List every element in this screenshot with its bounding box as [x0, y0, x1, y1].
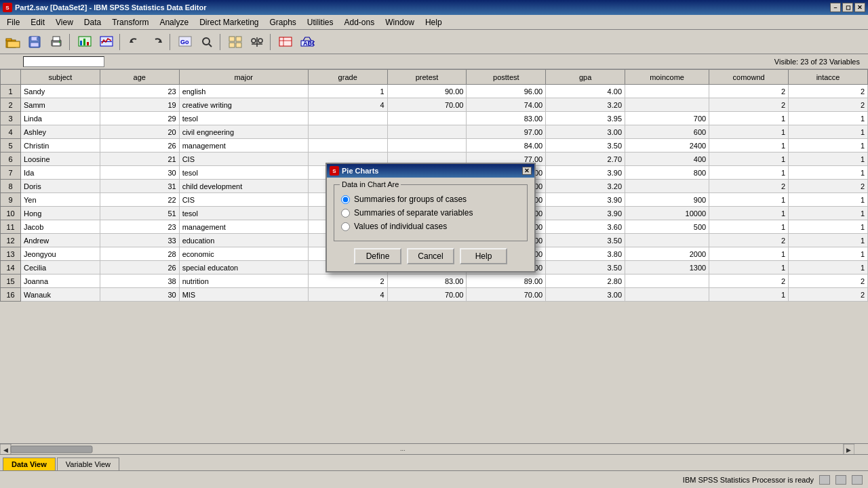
cell-age[interactable]: 29 [100, 112, 179, 125]
cell-age[interactable]: 38 [100, 274, 179, 288]
menu-help[interactable]: Help [420, 16, 448, 28]
cell-age[interactable]: 19 [100, 98, 179, 112]
menu-window[interactable]: Window [380, 16, 420, 28]
cell-age[interactable]: 26 [100, 139, 179, 152]
cell-major[interactable]: nutrition [179, 274, 308, 288]
table-row[interactable]: 16Wanauk30MIS470.0070.003.0012 [1, 288, 868, 302]
cell-comownd[interactable]: 1 [709, 125, 789, 139]
cell-comownd[interactable]: 2 [709, 274, 789, 288]
tab-data-view[interactable]: Data View [3, 458, 56, 470]
cell-gpa[interactable]: 3.50 [546, 234, 625, 247]
cell-major[interactable]: creative writing [179, 98, 308, 112]
cell-comownd[interactable]: 1 [709, 112, 789, 125]
cell-grade[interactable]: 2 [308, 274, 387, 288]
cell-moincome[interactable]: 10000 [625, 207, 709, 220]
cell-subject[interactable]: Hong [21, 207, 100, 220]
dialog-close-button[interactable]: ✕ [522, 167, 532, 175]
cell-subject[interactable]: Loosine [21, 152, 100, 166]
cell-age[interactable]: 30 [100, 166, 179, 180]
cell-age[interactable]: 23 [100, 220, 179, 234]
table-row[interactable]: 3Linda29tesol83.003.9570011 [1, 112, 868, 125]
table-row[interactable]: 5Christin26management84.003.50240011 [1, 139, 868, 152]
cell-pretest[interactable] [387, 112, 467, 125]
select-cases-button[interactable] [275, 33, 296, 52]
menu-view[interactable]: View [50, 16, 79, 28]
cell-intacce[interactable]: 1 [789, 261, 868, 274]
cell-comownd[interactable]: 1 [709, 207, 789, 220]
cell-comownd[interactable]: 1 [709, 139, 789, 152]
cell-gpa[interactable]: 3.20 [546, 98, 625, 112]
cell-comownd[interactable]: 1 [709, 166, 789, 180]
find-button[interactable] [197, 33, 217, 52]
cell-subject[interactable]: Ida [21, 166, 100, 180]
cell-intacce[interactable]: 1 [789, 112, 868, 125]
cell-posttest[interactable]: 96.00 [467, 85, 546, 98]
maximize-button[interactable]: ◻ [842, 3, 853, 12]
menu-analyze[interactable]: Analyze [154, 16, 194, 28]
cell-age[interactable]: 33 [100, 234, 179, 247]
cell-comownd[interactable]: 1 [709, 220, 789, 234]
cell-moincome[interactable] [625, 85, 709, 98]
minimize-button[interactable]: – [830, 3, 841, 12]
table-row[interactable]: 15Joanna38nutrition283.0089.002.8022 [1, 274, 868, 288]
cell-moincome[interactable]: 1300 [625, 261, 709, 274]
cell-age[interactable]: 21 [100, 152, 179, 166]
cell-comownd[interactable]: 2 [709, 85, 789, 98]
title-bar-controls[interactable]: – ◻ ✕ [830, 3, 865, 12]
radio-option-2[interactable]: Summaries of separate variables [341, 208, 520, 218]
cell-subject[interactable]: Yen [21, 193, 100, 207]
cell-moincome[interactable]: 2000 [625, 247, 709, 261]
cell-major[interactable]: english [179, 85, 308, 98]
cell-age[interactable]: 22 [100, 193, 179, 207]
cell-major[interactable]: MIS [179, 288, 308, 302]
menu-file[interactable]: File [1, 16, 25, 28]
cell-gpa[interactable]: 3.60 [546, 220, 625, 234]
cell-posttest[interactable]: 97.00 [467, 125, 546, 139]
cell-major[interactable]: civil engneering [179, 125, 308, 139]
cell-comownd[interactable]: 1 [709, 247, 789, 261]
cell-moincome[interactable]: 400 [625, 152, 709, 166]
cell-gpa[interactable]: 3.95 [546, 112, 625, 125]
cell-comownd[interactable]: 1 [709, 261, 789, 274]
cell-moincome[interactable]: 500 [625, 220, 709, 234]
cell-intacce[interactable]: 1 [789, 193, 868, 207]
cell-subject[interactable]: Andrew [21, 234, 100, 247]
cell-gpa[interactable]: 2.80 [546, 274, 625, 288]
cell-grade[interactable] [308, 125, 387, 139]
cell-gpa[interactable]: 3.90 [546, 207, 625, 220]
cell-grade[interactable]: 4 [308, 98, 387, 112]
cell-subject[interactable]: Wanauk [21, 288, 100, 302]
cell-grade[interactable]: 1 [308, 85, 387, 98]
cell-moincome[interactable] [625, 180, 709, 193]
cell-intacce[interactable]: 1 [789, 125, 868, 139]
undo-button[interactable] [125, 33, 145, 52]
cell-comownd[interactable]: 2 [709, 98, 789, 112]
cell-posttest[interactable]: 89.00 [467, 274, 546, 288]
cell-posttest[interactable]: 83.00 [467, 112, 546, 125]
cell-subject[interactable]: Linda [21, 112, 100, 125]
cell-age[interactable]: 23 [100, 85, 179, 98]
cell-intacce[interactable]: 1 [789, 207, 868, 220]
cell-intacce[interactable]: 1 [789, 166, 868, 180]
cell-subject[interactable]: Sandy [21, 85, 100, 98]
cell-comownd[interactable]: 1 [709, 288, 789, 302]
menu-direct-marketing[interactable]: Direct Marketing [194, 16, 264, 28]
cell-moincome[interactable]: 700 [625, 112, 709, 125]
cell-grade[interactable] [308, 139, 387, 152]
chart2-button[interactable] [96, 33, 117, 52]
cell-moincome[interactable]: 800 [625, 166, 709, 180]
menu-graphs[interactable]: Graphs [264, 16, 301, 28]
radio-summaries-variables[interactable] [341, 209, 350, 218]
cell-pretest[interactable] [387, 125, 467, 139]
cell-subject[interactable]: Doris [21, 180, 100, 193]
cell-intacce[interactable]: 2 [789, 288, 868, 302]
cell-pretest[interactable]: 90.00 [387, 85, 467, 98]
close-button[interactable]: ✕ [854, 3, 865, 12]
cell-subject[interactable]: Christin [21, 139, 100, 152]
cell-pretest[interactable]: 70.00 [387, 288, 467, 302]
cell-comownd[interactable]: 1 [709, 193, 789, 207]
cell-major[interactable]: child development [179, 180, 308, 193]
cell-moincome[interactable]: 900 [625, 193, 709, 207]
var-name-input[interactable] [23, 56, 104, 67]
cell-age[interactable]: 30 [100, 288, 179, 302]
